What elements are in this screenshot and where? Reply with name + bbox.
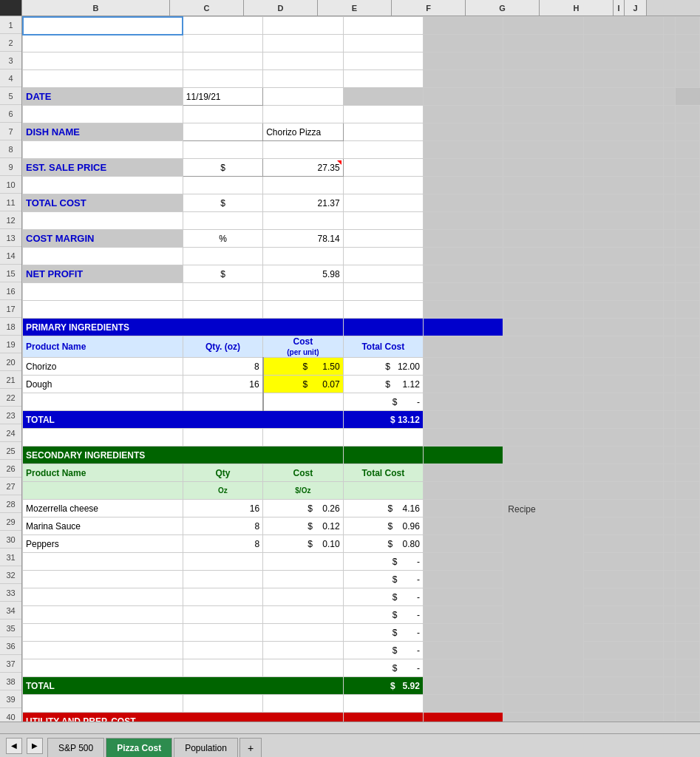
cell-d6[interactable] bbox=[263, 106, 343, 123]
row-num-3[interactable]: 3 bbox=[0, 52, 21, 69]
cell-d24[interactable] bbox=[263, 429, 343, 447]
cell-c1[interactable] bbox=[183, 17, 262, 35]
recipe-box[interactable]: Recipe bbox=[503, 500, 583, 677]
secondary-item-4-cost[interactable] bbox=[263, 571, 343, 588]
row-num-5[interactable]: 5 bbox=[0, 87, 21, 105]
col-header-d[interactable]: D bbox=[244, 0, 318, 16]
secondary-item-6-qty[interactable] bbox=[183, 606, 262, 624]
primary-item-1-cost-dollar[interactable]: $ 0.07 bbox=[263, 376, 343, 393]
tab-population[interactable]: Population bbox=[174, 738, 238, 757]
cell-d16[interactable] bbox=[263, 283, 343, 301]
cell-b1[interactable] bbox=[23, 17, 183, 35]
secondary-item-5-qty[interactable] bbox=[183, 588, 262, 606]
row-num-10[interactable]: 10 bbox=[0, 176, 21, 194]
cell-d2[interactable] bbox=[263, 35, 343, 52]
secondary-item-1-cost[interactable]: $ 0.12 bbox=[263, 517, 343, 535]
cell-d10[interactable] bbox=[263, 177, 343, 194]
col-header-e[interactable]: E bbox=[318, 0, 392, 16]
cell-b24[interactable] bbox=[23, 429, 183, 447]
secondary-item-8-name[interactable] bbox=[23, 642, 183, 659]
secondary-item-7-qty[interactable] bbox=[183, 624, 262, 642]
cell-c3[interactable] bbox=[183, 52, 262, 70]
row-num-35[interactable]: 35 bbox=[0, 619, 21, 637]
cell-c17[interactable] bbox=[183, 301, 262, 319]
row-num-22[interactable]: 22 bbox=[0, 389, 21, 407]
cell-c14[interactable] bbox=[183, 248, 262, 265]
row-num-40[interactable]: 40 bbox=[0, 708, 21, 722]
secondary-item-4-name[interactable] bbox=[23, 571, 183, 588]
row-num-33[interactable]: 33 bbox=[0, 584, 21, 602]
cell-b6[interactable] bbox=[23, 106, 183, 123]
col-header-h[interactable]: H bbox=[540, 0, 614, 16]
primary-item-2-cost[interactable] bbox=[263, 393, 343, 411]
primary-item-1-qty[interactable]: 16 bbox=[183, 376, 262, 393]
secondary-item-4-qty[interactable] bbox=[183, 571, 262, 588]
cell-d8[interactable] bbox=[263, 141, 343, 159]
row-num-28[interactable]: 28 bbox=[0, 495, 21, 513]
cell-c10[interactable] bbox=[183, 177, 262, 194]
cell-b2[interactable] bbox=[23, 35, 183, 52]
row-num-8[interactable]: 8 bbox=[0, 140, 21, 158]
row-num-2[interactable]: 2 bbox=[0, 34, 21, 52]
cell-d1[interactable] bbox=[263, 17, 343, 35]
dish-name-value[interactable] bbox=[183, 123, 262, 141]
cell-c16[interactable] bbox=[183, 283, 262, 301]
secondary-item-2-name[interactable]: Peppers bbox=[23, 535, 183, 553]
secondary-item-3-name[interactable] bbox=[23, 553, 183, 571]
secondary-item-3-cost[interactable] bbox=[263, 553, 343, 571]
secondary-item-8-cost[interactable] bbox=[263, 642, 343, 659]
row-num-1[interactable]: 1 bbox=[0, 16, 21, 34]
secondary-item-1-qty[interactable]: 8 bbox=[183, 517, 262, 535]
secondary-item-9-cost[interactable] bbox=[263, 659, 343, 677]
row-num-4[interactable]: 4 bbox=[0, 69, 21, 87]
cell-e6[interactable] bbox=[343, 106, 423, 123]
secondary-item-1-name[interactable]: Marina Sauce bbox=[23, 517, 183, 535]
cell-b17[interactable] bbox=[23, 301, 183, 319]
row-num-31[interactable]: 31 bbox=[0, 549, 21, 566]
dish-name-value-cont[interactable]: Chorizo Pizza bbox=[263, 123, 343, 141]
secondary-item-7-cost[interactable] bbox=[263, 624, 343, 642]
cell-b39[interactable] bbox=[23, 695, 183, 713]
row-num-32[interactable]: 32 bbox=[0, 566, 21, 584]
row-num-37[interactable]: 37 bbox=[0, 655, 21, 673]
cell-b14[interactable] bbox=[23, 248, 183, 265]
cell-c39[interactable] bbox=[183, 695, 262, 713]
primary-item-0-name[interactable]: Chorizo bbox=[23, 358, 183, 376]
cell-d4[interactable] bbox=[263, 70, 343, 88]
row-num-25[interactable]: 25 bbox=[0, 442, 21, 460]
row-num-18[interactable]: 18 bbox=[0, 318, 21, 336]
row-num-36[interactable]: 36 bbox=[0, 637, 21, 655]
cell-b4[interactable] bbox=[23, 70, 183, 88]
cell-e1[interactable] bbox=[343, 17, 423, 35]
col-header-i[interactable]: I bbox=[614, 0, 625, 16]
col-header-j[interactable]: J bbox=[625, 0, 647, 16]
row-num-14[interactable]: 14 bbox=[0, 247, 21, 265]
cell-e7[interactable] bbox=[343, 123, 423, 141]
primary-item-0-cost-dollar[interactable]: $ 1.50 bbox=[263, 358, 343, 376]
row-num-20[interactable]: 20 bbox=[0, 353, 21, 371]
cell-e2[interactable] bbox=[343, 35, 423, 52]
row-num-26[interactable]: 26 bbox=[0, 460, 21, 478]
row-num-9[interactable]: 9 bbox=[0, 158, 21, 176]
cell-e14[interactable] bbox=[343, 248, 423, 265]
row-num-13[interactable]: 13 bbox=[0, 229, 21, 247]
tab-pizza-cost[interactable]: Pizza Cost bbox=[106, 738, 172, 757]
secondary-item-0-cost[interactable]: $ 0.26 bbox=[263, 500, 343, 517]
cell-e5[interactable] bbox=[263, 88, 343, 106]
secondary-item-7-name[interactable] bbox=[23, 624, 183, 642]
tab-nav-prev[interactable]: ◀ bbox=[6, 738, 22, 754]
secondary-item-0-qty[interactable]: 16 bbox=[183, 500, 262, 517]
cell-b12[interactable] bbox=[23, 212, 183, 230]
secondary-item-9-name[interactable] bbox=[23, 659, 183, 677]
secondary-item-9-qty[interactable] bbox=[183, 659, 262, 677]
row-num-12[interactable]: 12 bbox=[0, 211, 21, 229]
row-num-23[interactable]: 23 bbox=[0, 407, 21, 424]
primary-item-1-name[interactable]: Dough bbox=[23, 376, 183, 393]
secondary-item-5-name[interactable] bbox=[23, 588, 183, 606]
secondary-item-3-qty[interactable] bbox=[183, 553, 262, 571]
col-header-b[interactable]: B bbox=[22, 0, 170, 16]
cell-e3[interactable] bbox=[343, 52, 423, 70]
cell-d39[interactable] bbox=[263, 695, 343, 713]
row-num-16[interactable]: 16 bbox=[0, 282, 21, 300]
cell-e16[interactable] bbox=[343, 283, 423, 301]
